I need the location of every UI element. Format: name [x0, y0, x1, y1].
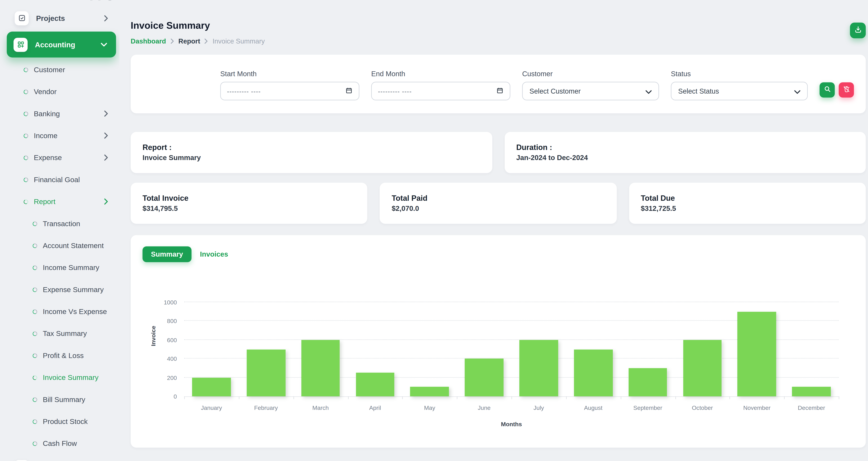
bar-november[interactable] — [738, 312, 776, 396]
x-axis-tick-label: November — [730, 404, 784, 411]
search-button[interactable] — [819, 82, 835, 97]
end-month-input[interactable]: --------- ---- — [371, 82, 510, 100]
sidebar-item-invoice-summary[interactable]: Invoice Summary — [0, 366, 119, 388]
bar-january[interactable] — [192, 377, 231, 396]
chart-panel: Summary Invoices Invoice 020040060080010… — [131, 235, 866, 448]
breadcrumb-report[interactable]: Report — [178, 37, 200, 45]
total-paid-card: Total Paid $2,070.0 — [380, 183, 617, 224]
chevron-down-icon — [794, 86, 800, 96]
total-paid-label: Total Paid — [392, 194, 617, 202]
sidebar-item-customer[interactable]: Customer — [0, 59, 119, 81]
bullet-ring-icon — [32, 287, 38, 292]
sidebar-item-tax-summary[interactable]: Tax Summary — [0, 322, 119, 344]
bar-may[interactable] — [410, 387, 449, 396]
sidebar-item-profit-loss[interactable]: Profit & Loss — [0, 344, 119, 366]
chart-y-axis-title: Invoice — [150, 326, 157, 346]
bar-february[interactable] — [247, 349, 285, 397]
sidebar-item-income-vs-expense[interactable]: Income Vs Expense — [0, 300, 119, 322]
x-axis-tick — [620, 396, 621, 399]
bullet-ring-icon — [23, 177, 29, 182]
sidebar-item-label: Income Vs Expense — [43, 307, 107, 316]
chevron-right-icon — [104, 133, 108, 139]
sidebar-item-expense[interactable]: Expense — [0, 147, 119, 169]
sidebar-item-expense-summary[interactable]: Expense Summary — [0, 279, 119, 300]
sidebar-item-label: Projects — [36, 14, 65, 22]
sidebar-item-vendor[interactable]: Vendor — [0, 81, 119, 103]
x-axis-tick — [348, 396, 348, 399]
tab-summary[interactable]: Summary — [143, 246, 191, 262]
reset-button[interactable] — [839, 82, 854, 97]
sidebar-item-income-summary[interactable]: Income Summary — [0, 257, 119, 279]
bullet-ring-icon — [32, 441, 38, 446]
sidebar-item-label: Accounting — [35, 40, 75, 49]
sidebar-nav: ProjectsAccountingCustomerVendorBankingI… — [0, 6, 119, 461]
x-axis-tick-label: September — [620, 404, 675, 411]
y-axis-tick-label: 1000 — [164, 299, 177, 306]
start-month-input[interactable]: --------- ---- — [220, 82, 359, 100]
breadcrumb-dashboard[interactable]: Dashboard — [131, 37, 166, 45]
end-month-field: End Month --------- ---- — [371, 70, 510, 100]
bar-october[interactable] — [683, 340, 722, 397]
bullet-ring-icon — [32, 375, 38, 380]
bullet-ring-icon — [32, 419, 38, 424]
report-card: Report : Invoice Summary — [131, 132, 492, 173]
x-axis-tick-label: April — [348, 404, 402, 411]
x-axis-tick-label: February — [239, 404, 293, 411]
sidebar-item-label: Banking — [34, 109, 60, 118]
sidebar-item-label: Income — [34, 131, 57, 140]
total-invoice-label: Total Invoice — [143, 194, 367, 202]
status-label: Status — [671, 70, 808, 78]
bar-september[interactable] — [628, 368, 667, 396]
sidebar-item-product-stock[interactable]: Product Stock — [0, 410, 119, 432]
sidebar-item-label: Tax Summary — [43, 329, 87, 338]
calendar-icon[interactable] — [345, 86, 353, 96]
customer-select[interactable]: Select Customer — [522, 82, 659, 100]
gridline — [184, 301, 839, 302]
bar-december[interactable] — [792, 387, 831, 396]
calendar-icon[interactable] — [496, 86, 503, 96]
sidebar-item-transaction[interactable]: Transaction — [0, 212, 119, 234]
download-button[interactable] — [850, 23, 866, 38]
x-axis-tick-label: December — [784, 404, 839, 411]
bar-july[interactable] — [519, 340, 558, 397]
invoice-bar-chart: Invoice 02004006008001000JanuaryFebruary… — [143, 302, 854, 435]
x-axis-tick-label: August — [566, 404, 620, 411]
sidebar-item-label: Transaction — [43, 219, 80, 228]
bar-june[interactable] — [465, 359, 503, 396]
sidebar-item-banking[interactable]: Banking — [0, 103, 119, 124]
status-select[interactable]: Select Status — [671, 82, 808, 100]
chevron-right-icon — [104, 111, 108, 117]
x-axis-tick — [293, 396, 294, 399]
duration-label: Duration : — [516, 143, 866, 152]
bar-april[interactable] — [356, 373, 395, 396]
tab-invoices[interactable]: Invoices — [200, 250, 228, 258]
sidebar-item-bill-summary[interactable]: Bill Summary — [0, 388, 119, 410]
sidebar-item-label: Income Summary — [43, 263, 99, 272]
sidebar-item-accounting[interactable]: Accounting — [7, 31, 116, 57]
sidebar-item-label: Cash Flow — [43, 439, 77, 448]
x-axis-tick-label: May — [402, 404, 457, 411]
report-label: Report : — [143, 143, 492, 152]
chart-tabs: Summary Invoices — [143, 246, 854, 262]
sidebar-item-projects[interactable]: Projects — [0, 6, 119, 30]
bullet-ring-icon — [23, 67, 29, 73]
hrm-icon — [14, 460, 29, 461]
bullet-ring-icon — [32, 309, 38, 314]
page-title: Invoice Summary — [131, 20, 265, 32]
bar-august[interactable] — [574, 349, 613, 397]
reset-trash-off-icon — [842, 85, 850, 95]
bullet-ring-icon — [32, 221, 38, 227]
x-axis-tick — [239, 396, 239, 399]
sidebar-item-financial-goal[interactable]: Financial Goal — [0, 169, 119, 191]
sidebar-item-label: Expense — [34, 153, 62, 162]
y-axis-tick-label: 0 — [174, 393, 177, 400]
sidebar-item-cash-flow[interactable]: Cash Flow — [0, 432, 119, 454]
x-axis-tick — [839, 396, 839, 399]
sidebar-item-label: Financial Goal — [34, 175, 80, 184]
sidebar-item-hrm[interactable]: HRM — [0, 454, 119, 461]
sidebar-item-income[interactable]: Income — [0, 124, 119, 146]
sidebar-item-account-statement[interactable]: Account Statement — [0, 234, 119, 256]
sidebar-item-report[interactable]: Report — [0, 191, 119, 212]
total-invoice-value: $314,795.5 — [143, 205, 367, 212]
bar-march[interactable] — [301, 340, 340, 397]
